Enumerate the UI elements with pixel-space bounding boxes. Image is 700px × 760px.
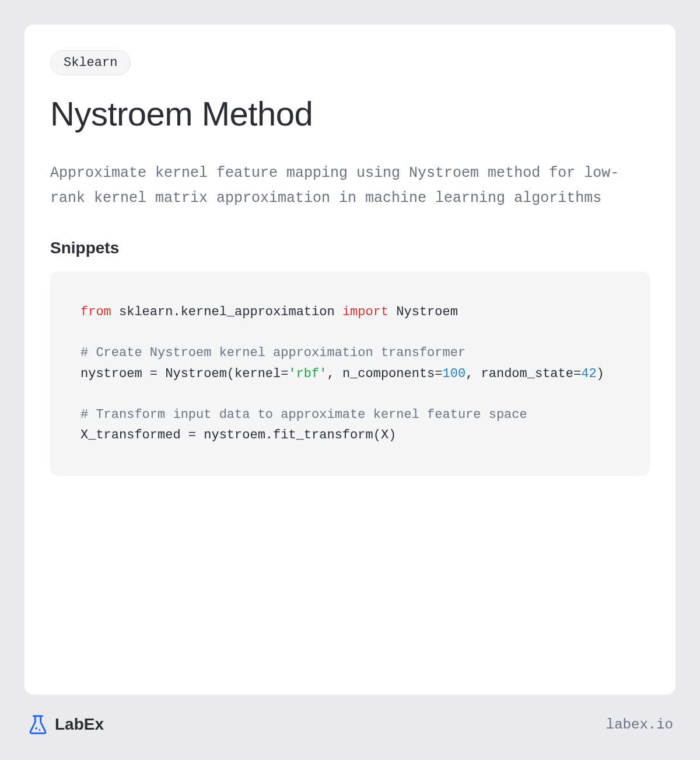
code-comment: # Transform input data to approximate ke… [80,407,527,422]
snippets-heading: Snippets [50,239,650,257]
footer-url: labex.io [606,717,673,733]
code-text: nystroem = Nystroem(kernel= [80,367,288,381]
keyword-from: from [80,305,111,319]
code-text: sklearn.kernel_approximation [111,305,342,319]
code-text: , random_state= [466,367,581,381]
code-string: 'rbf' [288,367,327,381]
logo: LabEx [27,713,104,735]
code-text: Nystroem [388,305,458,319]
code-snippet: from sklearn.kernel_approximation import… [50,271,650,476]
code-text: X_transformed = nystroem.fit_transform(X… [80,428,396,442]
svg-point-1 [35,727,37,730]
keyword-import: import [342,305,388,319]
footer: LabEx labex.io [24,713,676,735]
description-text: Approximate kernel feature mapping using… [50,161,650,211]
code-number: 100 [443,367,466,381]
code-number: 42 [581,367,596,381]
labex-flask-icon [27,713,49,735]
category-tag: Sklearn [50,50,131,75]
code-text: ) [597,367,604,381]
code-text: , n_components= [327,367,442,381]
svg-point-2 [38,729,40,731]
content-card: Sklearn Nystroem Method Approximate kern… [24,25,676,695]
logo-text: LabEx [55,715,104,734]
page-title: Nystroem Method [50,94,650,133]
code-comment: # Create Nystroem kernel approximation t… [80,346,466,360]
